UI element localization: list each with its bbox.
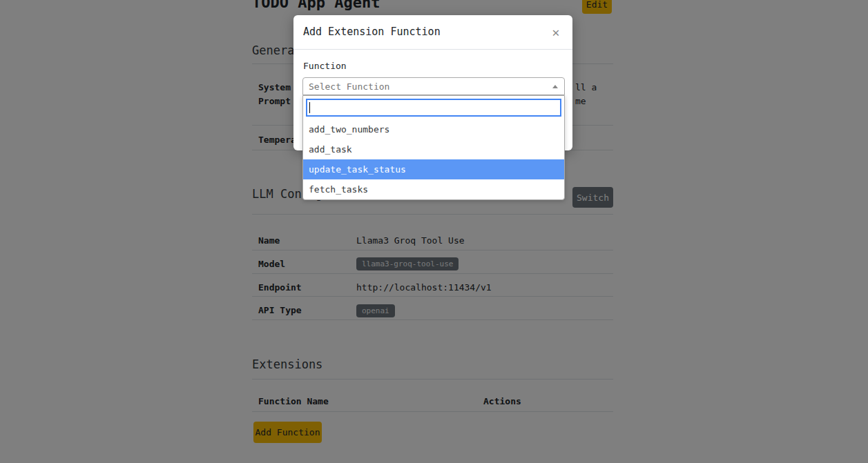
text-caret bbox=[309, 102, 310, 113]
function-select-placeholder: Select Function bbox=[309, 81, 389, 92]
screen: TODO App Agent Edit General System Promp… bbox=[0, 0, 868, 463]
option-update-task-status[interactable]: update_task_status bbox=[303, 159, 564, 179]
option-add-task[interactable]: add_task bbox=[303, 139, 564, 159]
option-add-two-numbers[interactable]: add_two_numbers bbox=[303, 119, 564, 139]
function-select-dropdown: add_two_numbers add_task update_task_sta… bbox=[302, 95, 565, 200]
function-field-label: Function bbox=[303, 61, 347, 71]
modal-title: Add Extension Function bbox=[303, 26, 441, 38]
option-fetch-tasks[interactable]: fetch_tasks bbox=[303, 179, 564, 199]
dropdown-search-input[interactable] bbox=[306, 99, 561, 117]
close-icon[interactable]: ✕ bbox=[548, 23, 564, 40]
function-select: Select Function add_two_numbers add_task… bbox=[302, 77, 565, 95]
function-select-box[interactable]: Select Function bbox=[302, 77, 565, 95]
chevron-up-icon bbox=[552, 85, 558, 88]
modal-header: Add Extension Function ✕ bbox=[293, 15, 572, 50]
dropdown-search-wrap bbox=[303, 96, 564, 119]
function-option-list: add_two_numbers add_task update_task_sta… bbox=[303, 119, 564, 199]
